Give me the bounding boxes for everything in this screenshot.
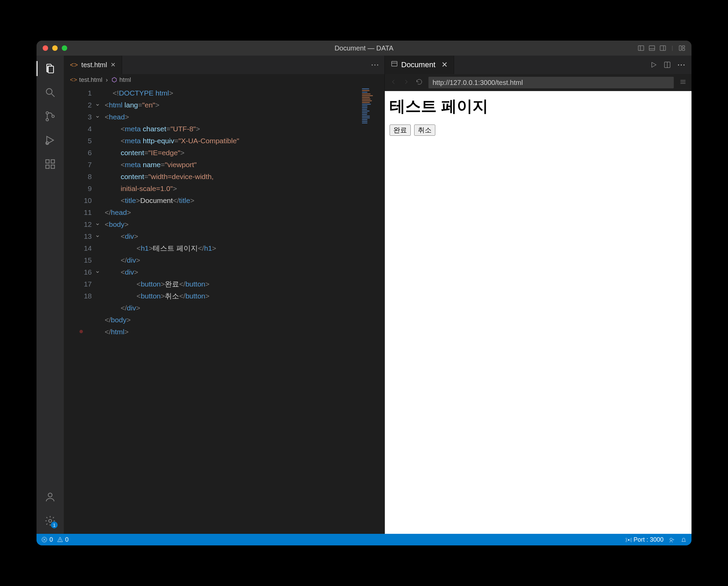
search-icon[interactable] <box>43 86 57 99</box>
preview-pane: Document ✕ ⋯ http://127.0.0.1:3000/test.… <box>384 56 691 534</box>
explorer-icon[interactable] <box>43 62 57 75</box>
divider: | <box>672 45 673 51</box>
tab-label: test.html <box>81 61 107 69</box>
vscode-window: Document — DATA | 1 <> <box>37 41 691 545</box>
svg-rect-16 <box>46 165 49 169</box>
svg-rect-7 <box>682 46 685 47</box>
breadcrumb[interactable]: <> test.html › html <box>64 74 384 86</box>
svg-point-20 <box>49 519 52 523</box>
traffic-lights <box>43 45 67 51</box>
editor-group: <> test.html ✕ ⋯ <> test.html › html 123… <box>64 56 384 534</box>
settings-gear-icon[interactable]: 1 <box>43 514 57 528</box>
svg-rect-18 <box>51 160 55 163</box>
preview-tab-label: Document <box>401 60 435 69</box>
play-icon[interactable] <box>650 61 657 69</box>
titlebar-actions: | <box>638 45 685 52</box>
svg-point-34 <box>670 538 672 540</box>
preview-tab[interactable]: Document ✕ <box>385 56 454 74</box>
preview-tabbar: Document ✕ ⋯ <box>385 56 691 74</box>
chevron-right-icon: › <box>106 76 108 84</box>
code-editor[interactable]: 123456789101112131415161718 <!DOCTYPE ht… <box>64 86 384 534</box>
svg-rect-0 <box>638 46 644 50</box>
extensions-icon[interactable] <box>43 157 57 171</box>
close-icon[interactable]: ✕ <box>441 60 448 69</box>
html-file-icon: <> <box>70 61 78 69</box>
breadcrumb-file[interactable]: <> test.html <box>70 76 102 84</box>
status-right: Port : 3000 <box>626 536 687 543</box>
split-editor-icon[interactable] <box>664 61 671 69</box>
port-status[interactable]: Port : 3000 <box>626 536 664 543</box>
close-window-button[interactable] <box>43 45 48 51</box>
titlebar: Document — DATA | <box>37 41 691 56</box>
status-problems[interactable]: 0 0 <box>41 536 69 543</box>
minimize-window-button[interactable] <box>52 45 58 51</box>
breadcrumb-symbol[interactable]: html <box>111 76 131 84</box>
svg-rect-4 <box>660 46 666 50</box>
fold-gutter[interactable] <box>95 86 105 534</box>
editor-tabbar: <> test.html ✕ ⋯ <box>64 56 384 74</box>
run-debug-icon[interactable] <box>43 133 57 147</box>
svg-rect-6 <box>679 46 681 50</box>
settings-badge: 1 <box>51 522 58 528</box>
forward-button[interactable] <box>403 78 410 87</box>
button-row: 완료 취소 <box>390 124 687 136</box>
close-icon[interactable]: ✕ <box>111 61 116 69</box>
more-icon[interactable]: ⋯ <box>677 60 685 70</box>
svg-point-19 <box>48 493 52 497</box>
cancel-button[interactable]: 취소 <box>414 124 435 136</box>
tab-actions[interactable]: ⋯ <box>365 56 384 74</box>
svg-rect-17 <box>51 165 55 169</box>
page-heading: 테스트 페이지 <box>390 96 687 117</box>
svg-rect-8 <box>682 48 685 50</box>
svg-rect-2 <box>649 46 655 50</box>
svg-rect-21 <box>392 61 397 66</box>
back-button[interactable] <box>390 78 397 87</box>
panel-bottom-icon[interactable] <box>649 45 655 52</box>
svg-rect-15 <box>46 160 49 163</box>
minimap[interactable] <box>360 86 384 534</box>
warning-count: 0 <box>65 536 69 543</box>
panel-right-icon[interactable] <box>659 45 666 52</box>
code-content[interactable]: <!DOCTYPE html><html lang="en"><head> <m… <box>105 86 360 534</box>
complete-button[interactable]: 완료 <box>390 124 411 136</box>
notifications-icon[interactable] <box>681 536 687 543</box>
line-numbers: 123456789101112131415161718 <box>64 86 95 534</box>
svg-point-12 <box>46 118 48 121</box>
svg-line-10 <box>52 94 55 97</box>
feedback-icon[interactable] <box>669 536 675 543</box>
preview-content: 테스트 페이지 완료 취소 <box>385 91 691 534</box>
layout-icon[interactable] <box>679 45 685 52</box>
status-bar: 0 0 Port : 3000 <box>37 534 691 545</box>
port-label: Port : 3000 <box>634 536 664 543</box>
svg-point-13 <box>52 115 54 117</box>
svg-point-9 <box>46 89 52 94</box>
browser-preview-icon <box>391 60 398 69</box>
url-input[interactable]: http://127.0.0.1:3000/test.html <box>428 77 674 88</box>
activity-bar: 1 <box>37 56 64 534</box>
svg-point-33 <box>628 539 629 541</box>
error-count: 0 <box>49 536 53 543</box>
maximize-window-button[interactable] <box>62 45 67 51</box>
menu-icon[interactable] <box>679 78 687 87</box>
svg-point-11 <box>46 112 48 114</box>
url-bar: http://127.0.0.1:3000/test.html <box>385 74 691 91</box>
source-control-icon[interactable] <box>43 109 57 123</box>
panel-left-icon[interactable] <box>638 45 644 52</box>
window-title: Document — DATA <box>335 44 394 52</box>
account-icon[interactable] <box>43 490 57 504</box>
svg-point-32 <box>60 541 60 541</box>
preview-actions: ⋯ <box>644 56 691 74</box>
reload-button[interactable] <box>416 78 423 87</box>
tab-test-html[interactable]: <> test.html ✕ <box>64 56 122 74</box>
